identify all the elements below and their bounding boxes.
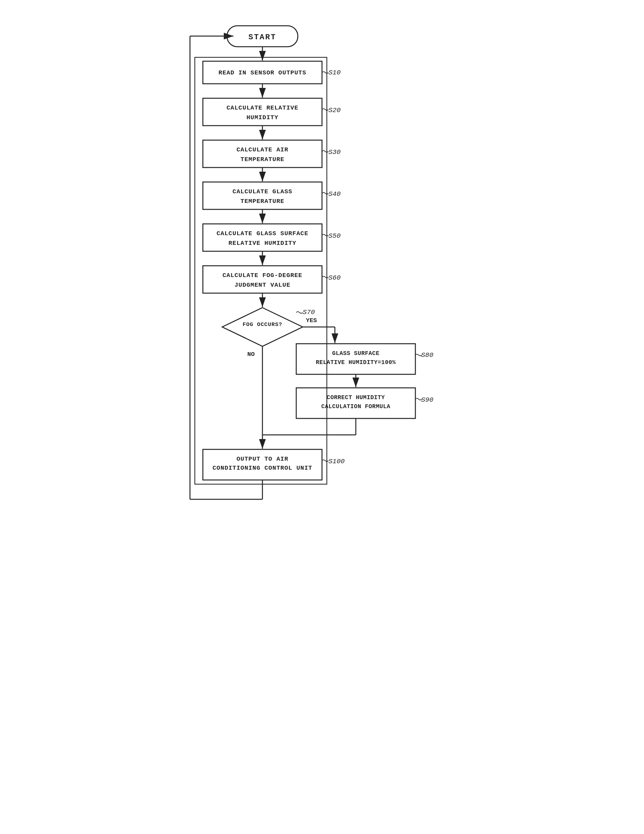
svg-text:S20: S20 [328,107,341,114]
svg-text:S80: S80 [421,351,433,359]
svg-text:GLASS SURFACE: GLASS SURFACE [332,350,379,357]
svg-text:FOG OCCURS?: FOG OCCURS? [242,322,282,328]
svg-text:CALCULATE GLASS SURFACE: CALCULATE GLASS SURFACE [216,230,308,237]
flowchart-svg: START READ IN SENSOR OUTPUTS S10 CALCULA… [177,13,467,825]
svg-text:S30: S30 [328,149,341,156]
svg-text:S40: S40 [328,191,341,198]
svg-text:HUMIDITY: HUMIDITY [246,114,278,121]
svg-text:TEMPERATURE: TEMPERATURE [240,156,284,163]
svg-text:RELATIVE HUMIDITY: RELATIVE HUMIDITY [229,240,297,247]
no-label: NO [247,351,255,358]
svg-rect-26 [203,266,322,293]
yes-label: YES [306,317,317,324]
svg-text:CALCULATE FOG-DEGREE: CALCULATE FOG-DEGREE [223,272,302,279]
svg-rect-11 [203,140,322,168]
svg-rect-16 [203,182,322,209]
svg-text:CONDITIONING CONTROL UNIT: CONDITIONING CONTROL UNIT [213,464,312,472]
svg-rect-6 [203,98,322,126]
svg-text:JUDGMENT VALUE: JUDGMENT VALUE [234,281,291,289]
svg-text:RELATIVE HUMIDITY=100%: RELATIVE HUMIDITY=100% [316,359,396,365]
svg-text:S70: S70 [303,309,315,316]
svg-text:OUTPUT TO AIR: OUTPUT TO AIR [236,456,288,462]
svg-text:S50: S50 [328,232,341,240]
svg-text:CALCULATE GLASS: CALCULATE GLASS [232,188,292,195]
svg-text:TEMPERATURE: TEMPERATURE [240,198,284,205]
s10-label: READ IN SENSOR OUTPUTS [219,69,307,76]
svg-text:S90: S90 [421,396,433,404]
svg-text:CALCULATION FORMULA: CALCULATION FORMULA [321,403,391,410]
flowchart-container: START READ IN SENSOR OUTPUTS S10 CALCULA… [177,13,467,826]
svg-text:CALCULATE RELATIVE: CALCULATE RELATIVE [226,104,298,112]
s10-step: S10 [328,69,341,76]
svg-rect-21 [203,224,322,251]
svg-text:CORRECT HUMIDITY: CORRECT HUMIDITY [327,394,385,401]
svg-text:S100: S100 [328,458,345,465]
svg-text:S60: S60 [328,274,341,281]
svg-text:CALCULATE AIR: CALCULATE AIR [236,146,288,154]
start-label: START [248,33,276,42]
